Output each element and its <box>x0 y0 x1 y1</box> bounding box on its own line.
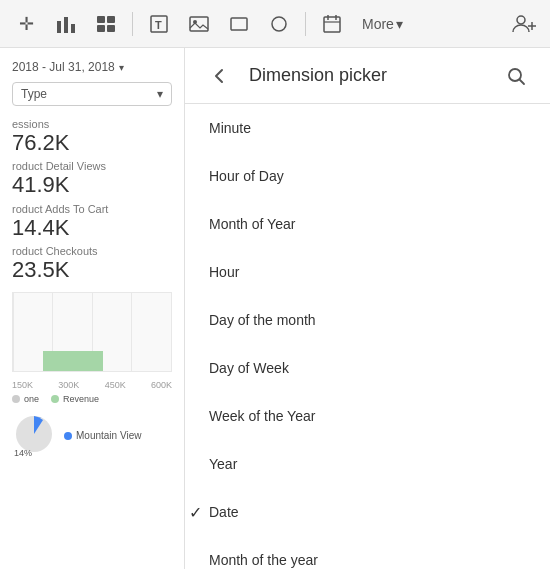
type-chevron-icon: ▾ <box>157 87 163 101</box>
chart-bar <box>43 351 103 371</box>
picker-item-label: Day of Week <box>209 360 289 376</box>
date-range-label: 2018 - Jul 31, 2018 <box>12 60 115 74</box>
picker-item-label: Month of Year <box>209 216 295 232</box>
svg-rect-3 <box>97 16 105 23</box>
picker-item-label: Week of the Year <box>209 408 315 424</box>
svg-rect-1 <box>64 17 68 33</box>
date-chevron-icon: ▾ <box>119 62 124 73</box>
svg-rect-4 <box>107 16 115 23</box>
crosshair-icon[interactable]: ✛ <box>8 6 44 42</box>
picker-item-day-of-month[interactable]: Day of the month <box>185 296 550 344</box>
picker-list: Minute Hour of Day Month of Year Hour Da… <box>185 104 550 569</box>
date-selector[interactable]: 2018 - Jul 31, 2018 ▾ <box>12 60 172 74</box>
metric-item: roduct Detail Views 41.9K <box>12 160 172 198</box>
metric-label-0: essions <box>12 118 172 130</box>
pie-legend: Mountain View <box>64 430 141 441</box>
more-button[interactable]: More ▾ <box>354 12 411 36</box>
text-icon[interactable]: T <box>141 6 177 42</box>
picker-item-label: Day of the month <box>209 312 316 328</box>
svg-rect-5 <box>97 25 105 32</box>
picker-item-month-of-year[interactable]: Month of Year <box>185 200 550 248</box>
metric-label-2: roduct Adds To Cart <box>12 203 172 215</box>
picker-item-date[interactable]: ✓ Date <box>185 488 550 536</box>
bar-chart-icon[interactable] <box>48 6 84 42</box>
left-panel: 2018 - Jul 31, 2018 ▾ Type ▾ essions 76.… <box>0 48 185 569</box>
toolbar-divider-1 <box>132 12 133 36</box>
metric-item: roduct Adds To Cart 14.4K <box>12 203 172 241</box>
picker-header: Dimension picker <box>185 48 550 104</box>
add-user-icon[interactable] <box>506 6 542 42</box>
axis-label-2: 450K <box>105 380 126 390</box>
svg-rect-0 <box>57 21 61 33</box>
checkmark-icon: ✓ <box>189 503 202 522</box>
legend-dot-none <box>12 395 20 403</box>
chart-axis: 150K 300K 450K 600K <box>12 380 172 390</box>
axis-label-0: 150K <box>12 380 33 390</box>
legend-dot-revenue <box>51 395 59 403</box>
rectangle-icon[interactable] <box>221 6 257 42</box>
pie-percent: 14% <box>14 448 32 458</box>
image-icon[interactable] <box>181 6 217 42</box>
picker-title: Dimension picker <box>249 65 486 86</box>
more-label: More <box>362 16 394 32</box>
calendar-icon[interactable] <box>314 6 350 42</box>
svg-text:T: T <box>155 19 162 31</box>
dashboard-icon[interactable] <box>88 6 124 42</box>
picker-item-label: Minute <box>209 120 251 136</box>
metric-label-1: roduct Detail Views <box>12 160 172 172</box>
legend-label-none: one <box>24 394 39 404</box>
type-label: Type <box>21 87 47 101</box>
legend-label-revenue: Revenue <box>63 394 99 404</box>
metrics-list: essions 76.2K roduct Detail Views 41.9K … <box>12 118 172 284</box>
picker-item-label: Month of the year <box>209 552 318 568</box>
picker-item-label: Date <box>209 504 239 520</box>
metric-value-0: 76.2K <box>12 130 172 156</box>
toolbar-divider-2 <box>305 12 306 36</box>
metric-item: roduct Checkouts 23.5K <box>12 245 172 283</box>
svg-point-17 <box>517 16 525 24</box>
svg-point-12 <box>272 17 286 31</box>
svg-rect-2 <box>71 24 75 33</box>
toolbar: ✛ T <box>0 0 550 48</box>
legend: one Revenue <box>12 394 172 404</box>
picker-item-minute[interactable]: Minute <box>185 104 550 152</box>
legend-item-none: one <box>12 394 39 404</box>
picker-item-week-of-year[interactable]: Week of the Year <box>185 392 550 440</box>
svg-rect-9 <box>190 17 208 31</box>
axis-label-1: 300K <box>58 380 79 390</box>
bar-chart <box>12 292 172 372</box>
pie-chart: 14% <box>12 412 56 460</box>
legend-item-revenue: Revenue <box>51 394 99 404</box>
picker-item-label: Year <box>209 456 237 472</box>
metric-value-3: 23.5K <box>12 257 172 283</box>
search-button[interactable] <box>498 58 534 94</box>
city-name: Mountain View <box>76 430 141 441</box>
picker-item-month-of-the-year[interactable]: Month of the year <box>185 536 550 569</box>
more-chevron-icon: ▾ <box>396 16 403 32</box>
circle-icon[interactable] <box>261 6 297 42</box>
metric-label-3: roduct Checkouts <box>12 245 172 257</box>
metric-item: essions 76.2K <box>12 118 172 156</box>
pie-chart-area: 14% Mountain View <box>12 412 172 460</box>
back-button[interactable] <box>201 58 237 94</box>
city-label: Mountain View <box>64 430 141 441</box>
picker-item-label: Hour <box>209 264 239 280</box>
svg-rect-6 <box>107 25 115 32</box>
metric-value-2: 14.4K <box>12 215 172 241</box>
axis-label-3: 600K <box>151 380 172 390</box>
metric-value-1: 41.9K <box>12 172 172 198</box>
picker-item-label: Hour of Day <box>209 168 284 184</box>
main-content: 2018 - Jul 31, 2018 ▾ Type ▾ essions 76.… <box>0 48 550 569</box>
picker-item-day-of-week[interactable]: Day of Week <box>185 344 550 392</box>
dimension-picker-panel: Dimension picker Minute Hour of Day Mont… <box>185 48 550 569</box>
app-container: ✛ T <box>0 0 550 569</box>
picker-item-hour-of-day[interactable]: Hour of Day <box>185 152 550 200</box>
picker-item-year[interactable]: Year <box>185 440 550 488</box>
pie-dot <box>64 432 72 440</box>
svg-line-22 <box>520 79 525 84</box>
svg-rect-11 <box>231 18 247 30</box>
type-selector[interactable]: Type ▾ <box>12 82 172 106</box>
svg-rect-13 <box>324 17 340 32</box>
picker-item-hour[interactable]: Hour <box>185 248 550 296</box>
